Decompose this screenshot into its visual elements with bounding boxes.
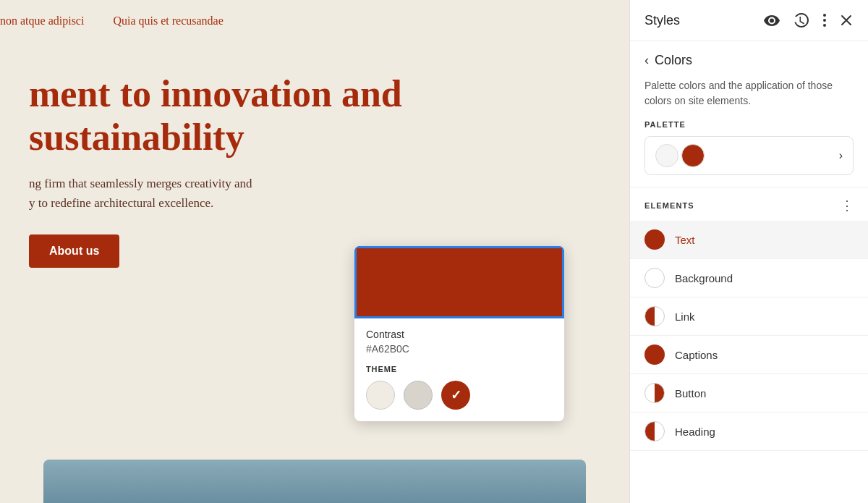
elements-label: ELEMENTS bbox=[644, 201, 694, 210]
palette-circle-empty bbox=[655, 144, 678, 167]
theme-swatch-active[interactable]: ✓ bbox=[441, 381, 470, 410]
palette-chevron-icon: › bbox=[839, 149, 843, 162]
element-item-text[interactable]: Text bbox=[630, 221, 868, 259]
heading-element-label: Heading bbox=[675, 426, 715, 438]
close-button[interactable] bbox=[839, 13, 854, 28]
theme-swatches: ✓ bbox=[366, 381, 553, 410]
colors-section: ‹ Colors Palette colors and the applicat… bbox=[630, 41, 868, 187]
palette-toggle bbox=[655, 144, 705, 167]
palette-label: PALETTE bbox=[644, 120, 854, 129]
captions-element-label: Captions bbox=[675, 349, 718, 361]
color-picker-popup: Contrast #A62B0C THEME ✓ bbox=[354, 246, 564, 421]
styles-header-icons bbox=[762, 12, 854, 29]
element-item-button[interactable]: Button bbox=[630, 374, 868, 413]
svg-point-0 bbox=[823, 14, 826, 17]
theme-section: THEME ✓ bbox=[354, 365, 564, 421]
preview-heading: ment to innovation and sustainability bbox=[29, 72, 402, 159]
elements-header: ELEMENTS ⋮ bbox=[630, 187, 868, 221]
styles-title: Styles bbox=[644, 13, 680, 28]
background-element-icon bbox=[644, 268, 665, 288]
background-element-label: Background bbox=[675, 272, 733, 284]
button-element-icon bbox=[644, 383, 665, 403]
preview-bottom-image bbox=[43, 460, 586, 503]
color-hex-value: #A62B0C bbox=[366, 343, 553, 355]
palette-circle-filled bbox=[681, 144, 705, 167]
preview-nav: non atque adipisci Quia quis et recusand… bbox=[0, 0, 629, 42]
history-icon[interactable] bbox=[793, 12, 810, 29]
link-element-icon bbox=[644, 306, 665, 326]
styles-header: Styles bbox=[630, 0, 868, 41]
colors-section-title: Colors bbox=[655, 53, 692, 68]
colors-description: Palette colors and the application of th… bbox=[644, 78, 854, 109]
preview-icon[interactable] bbox=[762, 13, 781, 28]
link-element-label: Link bbox=[675, 310, 695, 323]
element-item-link[interactable]: Link bbox=[630, 297, 868, 336]
element-item-background[interactable]: Background bbox=[630, 259, 868, 297]
preview-subtext: ng firm that seamlessly merges creativit… bbox=[29, 174, 391, 213]
element-item-captions[interactable]: Captions bbox=[630, 336, 868, 374]
heading-element-icon bbox=[644, 421, 665, 441]
back-row: ‹ Colors bbox=[644, 53, 854, 68]
back-arrow-button[interactable]: ‹ bbox=[644, 53, 649, 68]
theme-label: THEME bbox=[366, 365, 553, 373]
contrast-label: Contrast bbox=[366, 329, 553, 340]
nav-item-1[interactable]: non atque adipisci bbox=[0, 14, 84, 28]
captions-element-icon bbox=[644, 345, 665, 365]
theme-swatch-mid[interactable] bbox=[404, 381, 433, 410]
color-swatch[interactable] bbox=[354, 246, 564, 318]
elements-section: ELEMENTS ⋮ Text Background Link Captions… bbox=[630, 187, 868, 503]
svg-point-1 bbox=[823, 19, 826, 22]
element-item-heading[interactable]: Heading bbox=[630, 413, 868, 451]
nav-item-2[interactable]: Quia quis et recusandae bbox=[113, 14, 223, 28]
palette-row[interactable]: › bbox=[644, 136, 854, 175]
about-us-button[interactable]: About us bbox=[29, 234, 119, 268]
button-element-label: Button bbox=[675, 387, 706, 400]
styles-panel: Styles bbox=[629, 0, 868, 503]
color-info: Contrast #A62B0C bbox=[354, 318, 564, 365]
text-element-icon bbox=[644, 229, 665, 250]
svg-point-2 bbox=[823, 24, 826, 27]
elements-more-button[interactable]: ⋮ bbox=[841, 198, 854, 214]
theme-swatch-light[interactable] bbox=[366, 381, 395, 410]
text-element-label: Text bbox=[675, 234, 695, 246]
more-options-icon[interactable] bbox=[822, 12, 827, 28]
preview-panel: non atque adipisci Quia quis et recusand… bbox=[0, 0, 629, 503]
